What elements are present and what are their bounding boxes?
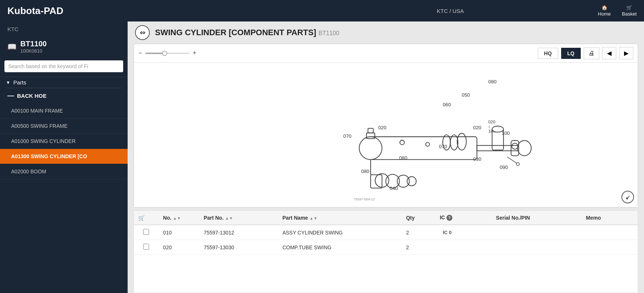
row-1-partname: ASSY CYLINDER SWING <box>278 225 401 240</box>
parts-arrow-icon: ▼ <box>6 80 10 85</box>
svg-point-38 <box>492 126 503 132</box>
svg-text:020: 020 <box>378 125 386 130</box>
backhoe-section-header: — BACK HOE <box>0 88 128 103</box>
row-2-partname: COMP.TUBE SWING <box>278 240 401 255</box>
th-partname[interactable]: Part Name ▲▼ <box>278 211 401 225</box>
diagram-image: 080 050 060 020 070 020 ↓ 100 070 080 03… <box>134 63 638 207</box>
search-input[interactable]: Search based on the keyword of Fi <box>4 60 123 72</box>
sidebar-item-a00500[interactable]: A00500 SWING FRAME <box>0 119 128 134</box>
th-partno[interactable]: Part No. ▲▼ <box>199 211 278 225</box>
cart-header-icon: 🛒 <box>138 215 145 221</box>
svg-text:↕: ↕ <box>488 124 490 129</box>
content-area: ⇔ SWING CYLINDER [COMPONENT PARTS] BT110… <box>128 21 644 293</box>
svg-text:020: 020 <box>488 120 495 124</box>
zoom-in-button[interactable]: + <box>193 49 197 57</box>
back-button[interactable]: ⇔ <box>135 25 150 40</box>
th-ic: IC ? <box>435 211 492 225</box>
svg-text:090: 090 <box>500 164 508 170</box>
row-1-ic: IC 0 <box>435 225 492 240</box>
sidebar-item-a02000[interactable]: A02000 BOOM <box>0 164 128 179</box>
sidebar-model: 📖 BT1100 100K0810 <box>0 37 128 57</box>
print-button[interactable]: 🖨 <box>584 47 599 59</box>
row-1-cart-cell[interactable] <box>134 225 159 240</box>
ic-help-icon[interactable]: ? <box>446 215 452 221</box>
model-info: BT1100 100K0810 <box>20 40 47 54</box>
row-2-checkbox[interactable] <box>143 244 149 250</box>
parts-table-section: 🛒 No. ▲▼ Part No. ▲▼ Part Name ▲▼ <box>134 210 638 293</box>
svg-text:060: 060 <box>443 102 451 107</box>
table-row: 010 75597-13012 ASSY CYLINDER SWING 2 IC… <box>134 225 638 240</box>
diagram-svg: 080 050 060 020 070 020 ↓ 100 070 080 03… <box>134 63 638 207</box>
row-2-ic <box>435 240 492 255</box>
row-1-memo <box>581 225 638 240</box>
row-2-partno: 75597-13030 <box>199 240 278 255</box>
model-sub: 100K0810 <box>20 48 47 54</box>
parts-label: Parts <box>13 79 26 86</box>
svg-point-19 <box>359 137 382 160</box>
svg-text:020: 020 <box>473 125 481 130</box>
model-book-icon: 📖 <box>7 42 17 51</box>
header-nav: 🏠 Home 🛒 Basket <box>598 5 637 17</box>
row-1-ic-badge: IC 0 <box>440 229 455 236</box>
next-button[interactable]: ▶ <box>619 47 633 59</box>
row-1-serial <box>492 225 581 240</box>
th-memo: Memo <box>581 211 638 225</box>
dash-icon: — <box>7 92 14 100</box>
home-nav-item[interactable]: 🏠 Home <box>598 5 611 17</box>
basket-nav-item[interactable]: 🛒 Basket <box>622 5 637 17</box>
th-no[interactable]: No. ▲▼ <box>159 211 199 225</box>
svg-text:080: 080 <box>361 169 369 174</box>
row-1-no: 010 <box>159 225 199 240</box>
svg-point-21 <box>517 140 531 156</box>
page-title: SWING CYLINDER [COMPONENT PARTS] BT1100 <box>155 28 339 37</box>
zoom-slider-thumb <box>162 51 167 56</box>
lq-button[interactable]: LQ <box>561 48 581 59</box>
basket-icon: 🛒 <box>626 5 632 10</box>
th-qty: Qty <box>402 211 435 225</box>
svg-text:070: 070 <box>343 133 351 139</box>
home-label: Home <box>598 11 611 17</box>
row-2-no: 020 <box>159 240 199 255</box>
sidebar-item-a01300[interactable]: A01300 SWING CYLINDER [CO <box>0 149 128 164</box>
svg-text:100: 100 <box>502 130 510 136</box>
row-2-serial <box>492 240 581 255</box>
app-header: Kubota-PAD KTC / USA 🏠 Home 🛒 Basket <box>0 0 644 21</box>
resize-button[interactable]: ↙ <box>621 191 634 203</box>
row-1-qty: 2 <box>402 225 435 240</box>
page-subtitle: BT1100 <box>318 30 339 36</box>
diagram-section: − + HQ LQ 🖨 ◀ ▶ 080 <box>134 44 638 207</box>
table-header-row: 🛒 No. ▲▼ Part No. ▲▼ Part Name ▲▼ <box>134 211 638 225</box>
breadcrumb: KTC / USA <box>303 8 598 14</box>
th-serial: Serial No./PIN <box>492 211 581 225</box>
parts-section-header: ▼ Parts <box>0 77 128 88</box>
th-cart: 🛒 <box>134 211 159 225</box>
diagram-toolbar: − + HQ LQ 🖨 ◀ ▶ <box>134 44 638 63</box>
partname-sort-icon: ▲▼ <box>310 216 318 220</box>
home-icon: 🏠 <box>601 5 607 10</box>
svg-text:050: 050 <box>462 92 470 98</box>
zoom-slider-fill <box>145 53 163 54</box>
sidebar-nav-list: A00100 MAIN FRAME A00500 SWING FRAME A01… <box>0 103 128 293</box>
prev-button[interactable]: ◀ <box>602 47 616 59</box>
basket-label: Basket <box>622 11 637 17</box>
main-layout: KTC 📖 BT1100 100K0810 Search based on th… <box>0 21 644 293</box>
section-label: BACK HOE <box>17 93 47 99</box>
sidebar-ktc: KTC <box>0 21 128 37</box>
svg-rect-0 <box>253 63 519 207</box>
zoom-slider[interactable] <box>145 53 190 54</box>
row-1-checkbox[interactable] <box>143 229 149 235</box>
no-sort-icon: ▲▼ <box>173 216 181 220</box>
row-2-cart-cell[interactable] <box>134 240 159 255</box>
table-row: 020 75597-13030 COMP.TUBE SWING 2 <box>134 240 638 255</box>
sidebar-item-a01000[interactable]: A01000 SWING CYLINDER <box>0 134 128 149</box>
sidebar: KTC 📖 BT1100 100K0810 Search based on th… <box>0 21 128 293</box>
zoom-out-button[interactable]: − <box>138 49 142 57</box>
page-header: ⇔ SWING CYLINDER [COMPONENT PARTS] BT110… <box>128 21 644 44</box>
svg-text:080: 080 <box>488 79 496 84</box>
table-body: 010 75597-13012 ASSY CYLINDER SWING 2 IC… <box>134 225 638 255</box>
model-name: BT1100 <box>20 40 47 48</box>
hq-button[interactable]: HQ <box>538 48 558 59</box>
row-2-qty: 2 <box>402 240 435 255</box>
sidebar-item-a00100[interactable]: A00100 MAIN FRAME <box>0 103 128 119</box>
svg-text:75597-004-12: 75597-004-12 <box>354 197 375 201</box>
